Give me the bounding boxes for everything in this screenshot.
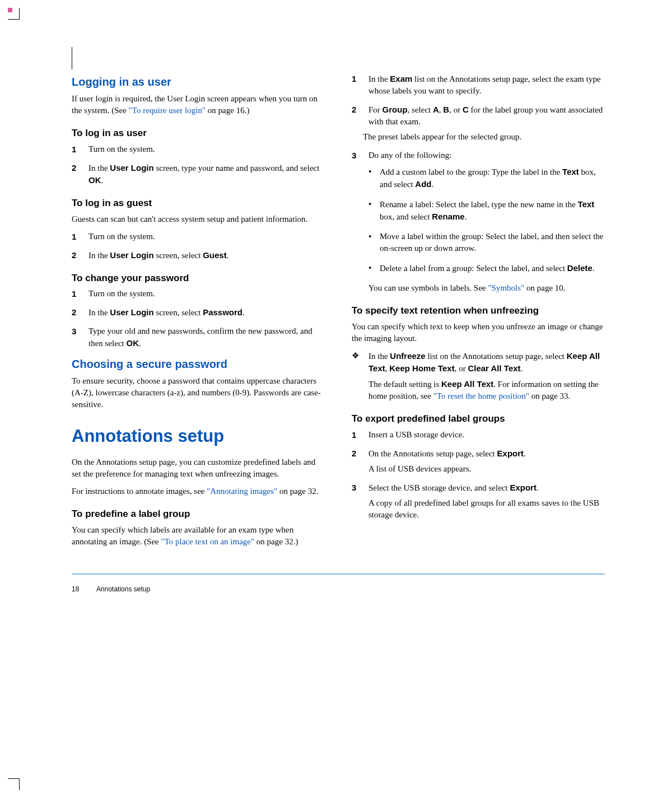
ui-term: Clear All Text (468, 363, 520, 373)
ui-term: C (463, 105, 469, 114)
text: , select (408, 105, 433, 114)
step-item: Insert a USB storage device. (352, 429, 605, 441)
text: Rename a label: Select the label, type t… (380, 200, 578, 209)
step-item: On the Annotations setup page, select Ex… (352, 447, 605, 475)
text: . (521, 364, 523, 373)
ui-term: OK (126, 338, 139, 348)
heading-export-label-groups: To export predefined label groups (352, 412, 605, 426)
right-column: In the Exam list on the Annotations setu… (352, 69, 605, 553)
ui-term: OK (88, 175, 101, 185)
ui-term: Password (203, 307, 242, 317)
text: . (536, 483, 539, 492)
heading-annotations-setup: Annotations setup (72, 424, 325, 448)
page-number: 18 (72, 585, 79, 593)
annot-intro-2: For instructions to annotate images, see… (72, 486, 325, 497)
ui-term: Rename (432, 212, 464, 221)
text: Do any of the following: (368, 151, 451, 160)
page-footer: 18 Annotations setup (72, 585, 605, 594)
text: , or (455, 364, 468, 373)
login-intro: If user login is required, the User Logi… (72, 93, 325, 116)
text: . (465, 212, 467, 221)
step-item: In the Exam list on the Annotations setu… (352, 73, 605, 97)
heading-log-in-guest: To log in as guest (72, 197, 325, 210)
ui-term: Unfreeze (390, 351, 425, 361)
step-item: Select the USB storage device, and selec… (352, 482, 605, 521)
text: Add a custom label to the group: Type th… (380, 167, 562, 176)
bullet-item: Delete a label from a group: Select the … (368, 262, 605, 274)
text: on page 32.) (254, 537, 298, 546)
text: In the (368, 74, 390, 83)
heading-log-in-user: To log in as user (72, 127, 325, 140)
step-item: In the User Login screen, select Passwor… (72, 306, 325, 319)
text: For instructions to annotate images, see (72, 487, 207, 496)
text: . (592, 264, 595, 273)
ui-term: B (443, 105, 449, 114)
text: The default setting is (368, 380, 441, 389)
ui-term: Exam (390, 74, 412, 83)
text: box, and select (380, 212, 432, 221)
ui-term: User Login (110, 307, 153, 317)
heading-text-retention: To specify text retention when unfreezin… (352, 304, 605, 318)
heading-predefine-label-group: To predefine a label group (72, 507, 325, 521)
diamond-list: In the Unfreeze list on the Annotations … (352, 350, 605, 402)
footer-divider (72, 573, 605, 575)
ui-term: Keep Home Text (389, 363, 454, 373)
crop-mark-icon (8, 778, 20, 790)
text: In the (88, 164, 110, 172)
text: On the Annotations setup page, select (368, 449, 497, 458)
text: Turn on the system. (88, 289, 155, 298)
bullet-item: Add a custom label to the group: Type th… (368, 166, 605, 190)
step-item: Do any of the following: Add a custom la… (352, 150, 605, 294)
steps-log-in-guest: Turn on the system. In the User Login sc… (72, 231, 325, 262)
text: Delete a label from a group: Select the … (380, 264, 567, 273)
step-substep: The preset labels appear for the selecte… (363, 131, 605, 143)
step-substep: A list of USB devices appears. (368, 463, 605, 475)
text: . (524, 449, 526, 458)
ui-term: Group (382, 105, 408, 114)
ui-term: Export (497, 449, 524, 458)
text: Insert a USB storage device. (368, 430, 464, 439)
retention-subtext: The default setting is Keep All Text. Fo… (368, 378, 605, 402)
link-annotating-images[interactable]: "Annotating images" (207, 487, 277, 496)
text: For (368, 105, 382, 114)
crop-mark-icon (72, 47, 72, 58)
secure-password-text: To ensure security, choose a password th… (72, 375, 325, 410)
steps-predefine: In the Exam list on the Annotations setu… (352, 73, 605, 294)
steps-change-password: Turn on the system. In the User Login sc… (72, 288, 325, 349)
text: In the (368, 352, 390, 361)
link-reset-home-position[interactable]: "To reset the home position" (433, 391, 529, 400)
step-item: Type your old and new passwords, confirm… (72, 325, 325, 349)
text: . (227, 251, 229, 260)
text: In the (88, 308, 110, 317)
text: In the (88, 251, 110, 260)
link-symbols[interactable]: "Symbols" (488, 283, 524, 292)
text: , or (449, 105, 463, 114)
step-item: In the User Login screen, type your name… (72, 162, 325, 186)
predefine-text: You can specify which labels are availab… (72, 524, 325, 548)
steps-log-in-user: Turn on the system. In the User Login sc… (72, 143, 325, 186)
text: on page 32. (277, 487, 318, 496)
left-column: Logging in as user If user login is requ… (72, 69, 325, 553)
text: screen, select (154, 308, 203, 317)
diamond-item: In the Unfreeze list on the Annotations … (352, 350, 605, 402)
step-substep: A copy of all predefined label groups fo… (368, 497, 605, 521)
step-item: Turn on the system. (72, 288, 325, 300)
crop-mark-icon (8, 8, 20, 20)
step-item: Turn on the system. (72, 143, 325, 155)
text: . (139, 339, 141, 348)
text: screen, type your name and password, and… (154, 164, 320, 172)
text: . (101, 176, 104, 185)
ui-term: Export (510, 483, 536, 492)
crop-mark-icon (72, 58, 72, 69)
text: Turn on the system. (88, 144, 155, 153)
step-item: For Group, select A, B, or C for the lab… (352, 104, 605, 143)
text: Select the USB storage device, and selec… (368, 483, 510, 492)
ui-term: User Login (110, 163, 153, 172)
link-require-user-login[interactable]: "To require user login" (129, 106, 206, 115)
ui-term: User Login (110, 250, 153, 260)
step-item: Turn on the system. (72, 231, 325, 242)
link-place-text-on-image[interactable]: "To place text on an image" (161, 537, 255, 546)
footer-section-title: Annotations setup (96, 585, 150, 593)
text: on page 16.) (206, 106, 249, 115)
ui-term: Text (562, 167, 579, 176)
